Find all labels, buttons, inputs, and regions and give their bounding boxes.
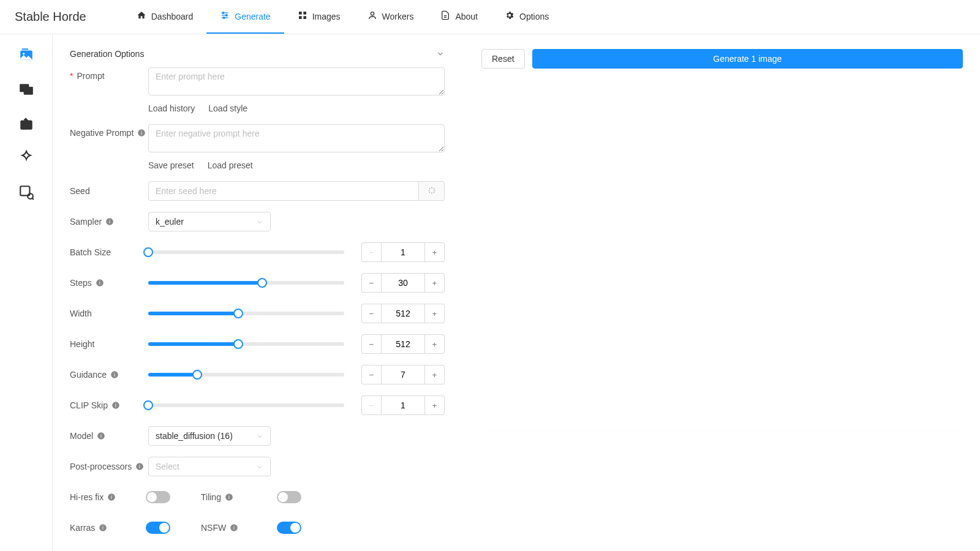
batch-decrement[interactable]: − [361, 242, 381, 262]
tiling-toggle[interactable] [277, 491, 301, 503]
height-slider[interactable] [148, 342, 344, 346]
model-value: stable_diffusion (16) [156, 431, 233, 441]
sidebar-inpaint[interactable] [18, 115, 35, 132]
seed-randomize-button[interactable] [419, 181, 445, 201]
section-title: Generation Options [70, 49, 144, 59]
label-prompt: *Prompt [70, 67, 148, 81]
clipskip-value-input[interactable] [381, 395, 425, 415]
svg-point-10 [371, 12, 374, 15]
info-icon: i [110, 370, 119, 379]
batch-value-input[interactable] [381, 242, 425, 262]
sidebar-txt2img[interactable] [18, 47, 35, 64]
sidebar-rate[interactable] [18, 149, 35, 167]
svg-rect-15 [21, 48, 28, 50]
chevron-down-icon [436, 50, 445, 58]
karras-toggle[interactable] [146, 522, 170, 534]
clipskip-slider[interactable] [148, 403, 344, 407]
steps-increment[interactable]: + [425, 273, 445, 293]
info-icon: i [137, 129, 146, 137]
refresh-icon [428, 186, 436, 197]
clipskip-increment[interactable]: + [425, 395, 445, 415]
svg-rect-17 [23, 87, 32, 95]
chevron-down-icon [256, 463, 263, 470]
svg-text:i: i [141, 130, 142, 136]
model-select[interactable]: stable_diffusion (16) [148, 426, 271, 446]
info-icon: i [107, 493, 116, 501]
nav-about[interactable]: About [427, 0, 491, 34]
guidance-increment[interactable]: + [425, 365, 445, 384]
nav-generate[interactable]: Generate [206, 0, 284, 34]
height-increment[interactable]: + [425, 334, 445, 354]
brand-title: Stable Horde [15, 10, 86, 24]
label-guidance: Guidance i [70, 370, 148, 380]
height-decrement[interactable]: − [361, 334, 381, 354]
nav-workers[interactable]: Workers [354, 0, 428, 34]
svg-text:i: i [111, 495, 112, 500]
sidebar-interrogate[interactable] [18, 184, 35, 201]
generate-button[interactable]: Generate 1 image [532, 49, 963, 69]
nav-dashboard[interactable]: Dashboard [123, 0, 207, 34]
sampler-select[interactable]: k_euler [148, 212, 271, 231]
document-icon [440, 10, 450, 22]
width-slider[interactable] [148, 312, 344, 315]
grid-icon [298, 10, 307, 22]
nav-images-label: Images [312, 12, 341, 21]
svg-point-4 [226, 15, 228, 17]
postprocessors-select[interactable]: Select [148, 457, 271, 476]
svg-text:i: i [233, 525, 235, 531]
batch-slider[interactable] [148, 250, 344, 254]
width-decrement[interactable]: − [361, 304, 381, 323]
width-value-input[interactable] [381, 304, 425, 323]
svg-rect-7 [303, 12, 306, 15]
height-value-input[interactable] [381, 334, 425, 354]
sidebar-img2img[interactable] [18, 81, 35, 98]
seed-input[interactable] [148, 181, 419, 201]
svg-text:i: i [115, 403, 116, 408]
save-preset-link[interactable]: Save preset [148, 160, 194, 170]
gear-icon [505, 10, 514, 22]
width-increment[interactable]: + [425, 304, 445, 323]
svg-point-20 [28, 193, 33, 199]
label-model: Model i [70, 431, 148, 441]
prompt-input[interactable] [148, 67, 445, 96]
batch-stepper: − + [361, 242, 445, 262]
info-icon: i [105, 217, 114, 226]
nav-images[interactable]: Images [284, 0, 354, 34]
steps-slider[interactable] [148, 281, 344, 285]
hires-toggle[interactable] [146, 491, 170, 503]
reset-button[interactable]: Reset [481, 49, 525, 69]
steps-stepper: − + [361, 273, 445, 293]
load-history-link[interactable]: Load history [148, 103, 195, 113]
info-icon: i [230, 523, 238, 532]
nav-workers-label: Workers [382, 12, 414, 21]
user-icon [368, 10, 377, 22]
steps-decrement[interactable]: − [361, 273, 381, 293]
output-canvas [481, 75, 963, 430]
guidance-decrement[interactable]: − [361, 365, 381, 384]
svg-text:i: i [102, 525, 104, 531]
clipskip-decrement[interactable]: − [361, 395, 381, 415]
svg-text:i: i [114, 372, 115, 378]
guidance-value-input[interactable] [381, 365, 425, 384]
height-stepper: − + [361, 334, 445, 354]
batch-increment[interactable]: + [425, 242, 445, 262]
clipskip-stepper: − + [361, 395, 445, 415]
info-icon: i [97, 432, 105, 440]
label-batch: Batch Size [70, 247, 148, 257]
label-height: Height [70, 339, 148, 349]
negative-prompt-input[interactable] [148, 124, 445, 152]
nav-generate-label: Generate [235, 12, 270, 21]
load-style-link[interactable]: Load style [208, 103, 247, 113]
width-stepper: − + [361, 304, 445, 323]
info-icon: i [99, 523, 107, 532]
steps-value-input[interactable] [381, 273, 425, 293]
chevron-down-icon [256, 218, 263, 225]
section-generation-options[interactable]: Generation Options [70, 49, 445, 59]
label-hires: Hi-res fix i [70, 492, 131, 502]
nsfw-toggle[interactable] [277, 522, 301, 534]
guidance-slider[interactable] [148, 373, 344, 377]
load-preset-link[interactable]: Load preset [208, 160, 253, 170]
nav-options[interactable]: Options [491, 0, 562, 34]
top-nav: Dashboard Generate Images Workers About … [123, 0, 563, 34]
postprocessors-placeholder: Select [156, 462, 179, 471]
